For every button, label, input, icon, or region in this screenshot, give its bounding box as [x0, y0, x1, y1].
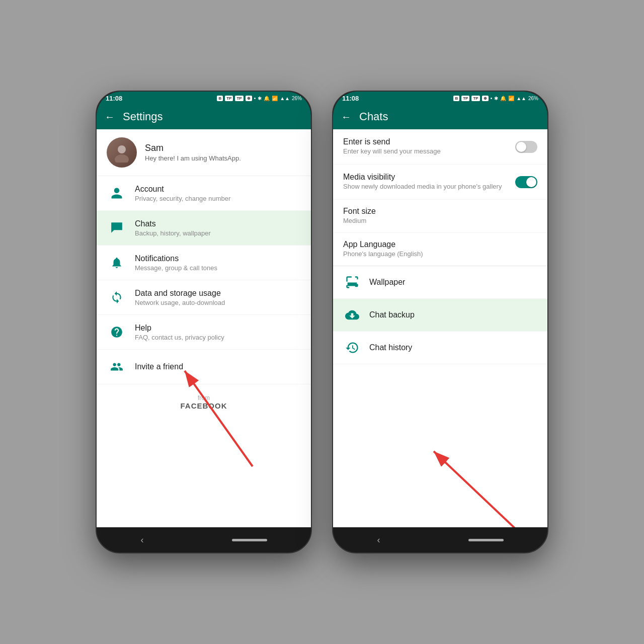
icon-signal2: ▲▲ — [516, 96, 526, 101]
icon-vol2: 🔔 — [500, 96, 506, 101]
settings-item-data[interactable]: Data and storage usage Network usage, au… — [97, 280, 311, 315]
help-sublabel: FAQ, contact us, privacy policy — [135, 334, 224, 341]
back-button-1[interactable]: ← — [105, 111, 115, 123]
app-language-title: App Language — [343, 240, 537, 249]
invite-text: Invite a friend — [135, 362, 183, 371]
app-bar-2: ← Chats — [333, 104, 547, 129]
avatar — [107, 137, 137, 168]
history-icon — [343, 339, 361, 357]
chats-icon — [107, 218, 127, 238]
help-text: Help FAQ, contact us, privacy policy — [135, 324, 224, 341]
icon-vol: 🔔 — [264, 96, 270, 101]
icon-wifi2: 📶 — [508, 96, 514, 101]
back-gesture-1[interactable]: ‹ — [141, 535, 144, 545]
data-label: Data and storage usage — [135, 289, 225, 298]
phone-1: 11:08 B TP TP ⊕ • ✱ 🔔 📶 ▲▲ 26% ← Setting… — [96, 91, 312, 553]
chat-backup-item[interactable]: Chat backup — [333, 299, 547, 332]
svg-point-0 — [118, 145, 126, 153]
help-icon — [107, 322, 127, 342]
settings-title: Settings — [123, 110, 163, 123]
font-size-sub: Medium — [343, 217, 537, 225]
help-label: Help — [135, 324, 224, 333]
back-button-2[interactable]: ← — [341, 111, 351, 123]
font-size-title: Font size — [343, 207, 537, 216]
app-language-item[interactable]: App Language Phone's language (English) — [333, 233, 547, 266]
media-visibility-sub: Show newly downloaded media in your phon… — [343, 183, 511, 191]
settings-screen: Sam Hey there! I am using WhatsApp. Acco… — [97, 129, 311, 527]
data-sublabel: Network usage, auto-download — [135, 299, 225, 306]
notifications-text: Notifications Message, group & call tone… — [135, 254, 217, 272]
enter-is-send-content: Enter is send Enter key will send your m… — [343, 137, 511, 156]
settings-item-chats[interactable]: Chats Backup, history, wallpaper — [97, 211, 311, 246]
home-pill-1[interactable] — [232, 539, 267, 541]
icon-tp1: TP — [225, 96, 233, 101]
enter-is-send-sub: Enter key will send your message — [343, 147, 511, 156]
wallpaper-icon — [343, 273, 361, 291]
profile-section[interactable]: Sam Hey there! I am using WhatsApp. — [97, 129, 311, 176]
account-text: Account Privacy, security, change number — [135, 185, 230, 202]
account-sublabel: Privacy, security, change number — [135, 195, 230, 202]
account-icon — [107, 183, 127, 203]
notifications-icon — [107, 253, 127, 273]
status-bar-1: 11:08 B TP TP ⊕ • ✱ 🔔 📶 ▲▲ 26% — [97, 92, 311, 104]
media-visibility-title: Media visibility — [343, 173, 511, 182]
settings-item-notifications[interactable]: Notifications Message, group & call tone… — [97, 246, 311, 280]
profile-name: Sam — [145, 143, 241, 153]
wallpaper-item[interactable]: Wallpaper — [333, 266, 547, 299]
status-icons-2: B TP TP ⊕ • ✱ 🔔 📶 ▲▲ 26% — [453, 96, 538, 101]
profile-status: Hey there! I am using WhatsApp. — [145, 154, 241, 162]
settings-item-help[interactable]: Help FAQ, contact us, privacy policy — [97, 315, 311, 350]
home-pill-2[interactable] — [468, 539, 504, 541]
settings-item-account[interactable]: Account Privacy, security, change number — [97, 176, 311, 211]
notifications-sublabel: Message, group & call tones — [135, 264, 217, 272]
enter-is-send-item[interactable]: Enter is send Enter key will send your m… — [333, 129, 547, 165]
app-bar-1: ← Settings — [97, 104, 311, 129]
status-bar-2: 11:08 B TP TP ⊕ • ✱ 🔔 📶 ▲▲ 26% — [333, 92, 547, 104]
bottom-bar-1: ‹ — [97, 527, 311, 552]
back-gesture-2[interactable]: ‹ — [377, 535, 380, 545]
time-1: 11:08 — [106, 95, 122, 102]
account-label: Account — [135, 185, 230, 194]
data-icon — [107, 287, 127, 307]
icon-battery2: 26% — [528, 96, 538, 101]
app-language-sub: Phone's language (English) — [343, 250, 537, 259]
notifications-label: Notifications — [135, 254, 217, 263]
icon-tp2: TP — [235, 96, 243, 101]
time-2: 11:08 — [342, 95, 359, 102]
chats-label: Chats — [135, 219, 211, 228]
icon-b2: B — [453, 96, 459, 101]
enter-is-send-title: Enter is send — [343, 137, 511, 146]
icon-tp4: TP — [471, 96, 479, 101]
enter-is-send-toggle[interactable] — [515, 141, 537, 153]
status-icons-1: B TP TP ⊕ • ✱ 🔔 📶 ▲▲ 26% — [217, 96, 302, 101]
settings-item-invite[interactable]: Invite a friend — [97, 350, 311, 384]
icon-dot2: • — [491, 96, 493, 101]
bottom-bar-2: ‹ — [333, 527, 547, 552]
avatar-image — [107, 137, 137, 168]
from-label: from — [107, 394, 301, 401]
svg-point-1 — [115, 154, 129, 163]
media-visibility-item[interactable]: Media visibility Show newly downloaded m… — [333, 165, 547, 200]
app-language-content: App Language Phone's language (English) — [343, 240, 537, 259]
chats-sublabel: Backup, history, wallpaper — [135, 229, 211, 237]
phone-2: 11:08 B TP TP ⊕ • ✱ 🔔 📶 ▲▲ 26% ← Chats — [332, 91, 548, 553]
icon-battery: 26% — [292, 96, 302, 101]
invite-icon — [107, 357, 127, 377]
media-visibility-content: Media visibility Show newly downloaded m… — [343, 173, 511, 191]
icon-bt2: ✱ — [494, 96, 498, 101]
icon-signal: ▲▲ — [280, 96, 290, 101]
icon-wa2: ⊕ — [482, 96, 489, 101]
icon-dot: • — [254, 96, 256, 101]
data-text: Data and storage usage Network usage, au… — [135, 289, 225, 306]
icon-wifi: 📶 — [272, 96, 278, 101]
chat-backup-label: Chat backup — [369, 310, 415, 319]
invite-label: Invite a friend — [135, 362, 183, 371]
chat-history-label: Chat history — [369, 343, 412, 352]
svg-line-5 — [434, 451, 529, 527]
profile-info: Sam Hey there! I am using WhatsApp. — [145, 143, 241, 162]
font-size-item[interactable]: Font size Medium — [333, 200, 547, 233]
media-visibility-toggle[interactable] — [515, 176, 537, 188]
backup-icon — [343, 306, 361, 324]
from-section: from FACEBOOK — [97, 384, 311, 420]
chat-history-item[interactable]: Chat history — [333, 332, 547, 364]
